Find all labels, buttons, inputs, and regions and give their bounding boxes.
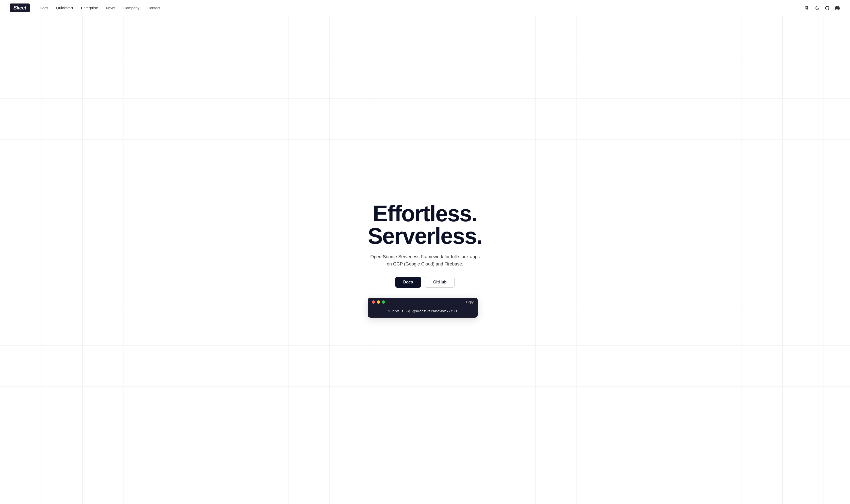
- copy-button[interactable]: Copy: [466, 300, 473, 304]
- terminal-command: $ npm i -g @skeet-framework/cli: [388, 309, 457, 313]
- terminal-header: Copy: [368, 298, 478, 306]
- hero-subtitle: Open-Source Serverless Framework for ful…: [368, 253, 482, 268]
- navbar-right: [804, 5, 840, 11]
- navbar-left: Skeet Docs Quickstart Enterprise News Co…: [10, 3, 160, 12]
- nav-links: Docs Quickstart Enterprise News Company …: [40, 6, 161, 10]
- docs-button[interactable]: Docs: [395, 277, 421, 288]
- hero-buttons: Docs GitHub: [368, 277, 482, 288]
- nav-item-enterprise[interactable]: Enterprise: [81, 6, 98, 10]
- hero-title: Effortless. Serverless.: [368, 202, 482, 247]
- nav-item-company[interactable]: Company: [123, 6, 139, 10]
- discord-icon[interactable]: [834, 5, 840, 11]
- translate-icon[interactable]: [804, 5, 810, 11]
- hero-content: Effortless. Serverless. Open-Source Serv…: [363, 202, 487, 318]
- terminal-dot-yellow: [377, 301, 380, 304]
- hero-title-line1: Effortless.: [373, 201, 477, 226]
- terminal-dots: [372, 301, 385, 304]
- terminal-dot-red: [372, 301, 375, 304]
- terminal-body: $ npm i -g @skeet-framework/cli: [368, 306, 478, 318]
- hero-section: Effortless. Serverless. Open-Source Serv…: [0, 16, 850, 504]
- github-button[interactable]: GitHub: [425, 277, 455, 288]
- github-icon[interactable]: [825, 5, 830, 11]
- nav-item-docs[interactable]: Docs: [40, 6, 48, 10]
- terminal: Copy $ npm i -g @skeet-framework/cli: [368, 298, 478, 318]
- nav-item-quickstart[interactable]: Quickstart: [56, 6, 73, 10]
- brand-logo[interactable]: Skeet: [10, 3, 30, 12]
- nav-item-news[interactable]: News: [106, 6, 115, 10]
- dark-mode-icon[interactable]: [815, 5, 820, 11]
- terminal-dot-green: [382, 301, 385, 304]
- nav-item-contact[interactable]: Contact: [147, 6, 161, 10]
- hero-title-line2: Serverless.: [368, 223, 482, 249]
- navbar: Skeet Docs Quickstart Enterprise News Co…: [0, 0, 850, 16]
